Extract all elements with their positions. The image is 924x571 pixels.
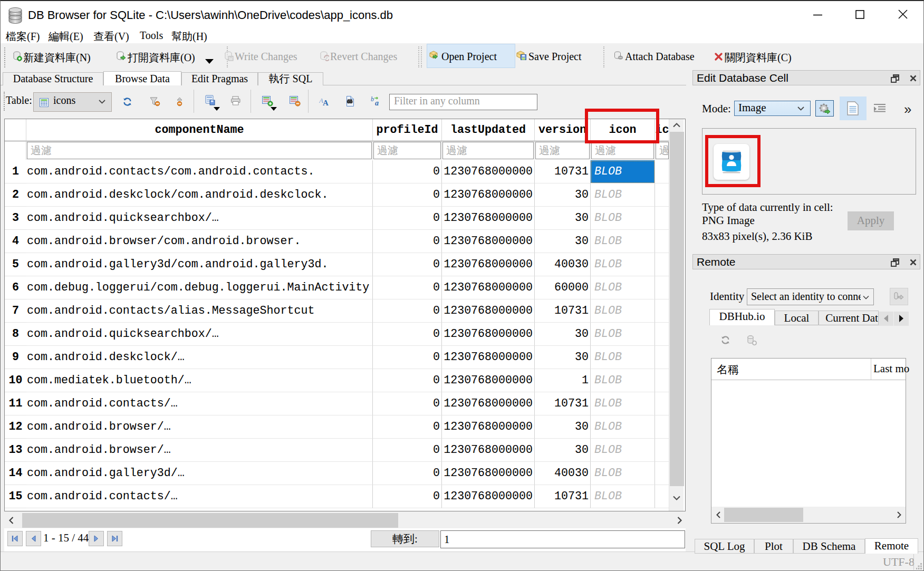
- svg-text:b: b: [371, 96, 374, 103]
- svg-text:A: A: [323, 99, 329, 106]
- svg-text:a: a: [375, 99, 379, 107]
